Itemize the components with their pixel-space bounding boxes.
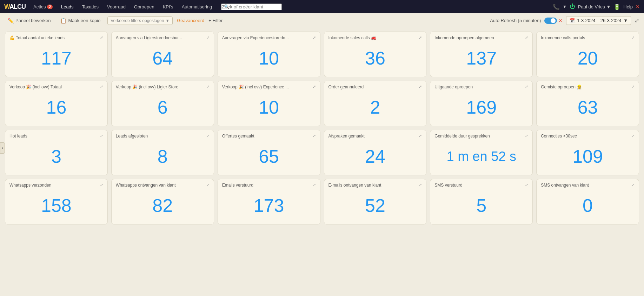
metric-card: Order geannuleerd ⤢ 2: [324, 81, 427, 126]
logo[interactable]: WALCU: [4, 3, 26, 11]
metric-header: Aanvragen via Ligierstoredoesbur... ⤢: [116, 35, 210, 41]
expand-icon[interactable]: ⤢: [100, 35, 103, 40]
filter-select[interactable]: Verkeerde filters opgeslagen ▼: [107, 16, 173, 25]
expand-icon[interactable]: ⤢: [525, 183, 528, 187]
expand-icon[interactable]: ⤢: [206, 134, 210, 138]
sidebar-toggle[interactable]: ›: [0, 142, 5, 154]
expand-icon[interactable]: ⤢: [419, 183, 422, 187]
metric-header: 💪 Totaal aantal unieke leads ⤢: [9, 35, 103, 41]
toggle-knob: [551, 18, 556, 23]
nav-right-controls: 📞 ▼ ⏻ Paul de Vries ▼ 🔋 Help ✕: [553, 4, 640, 10]
expand-icon[interactable]: ⤢: [631, 35, 635, 40]
metric-header: Inkomende calls portals ⤢: [541, 35, 635, 41]
metric-header: Gemiste oproepen 👷 ⤢: [541, 85, 635, 90]
metric-value: 24: [328, 141, 422, 171]
nav-acties[interactable]: Acties 2: [30, 0, 56, 13]
panel-edit-button[interactable]: ✏️ Paneel bewerken: [5, 16, 53, 25]
add-filter-button[interactable]: + Filter: [208, 18, 223, 23]
metric-title: Verkoop 🎉 (incl ovv) Ligier Store: [116, 85, 205, 90]
metric-card: Leads afgesloten ⤢ 8: [111, 130, 214, 175]
auto-refresh-toggle[interactable]: ✕: [544, 18, 563, 24]
metric-card: Aanvragen via Ligierstoredoesbur... ⤢ 64: [111, 32, 214, 77]
expand-icon[interactable]: ⤢: [100, 85, 103, 89]
nav-taxaties[interactable]: Taxaties: [78, 0, 102, 13]
phone-icon[interactable]: 📞: [553, 4, 560, 10]
metric-title: Gemiste oproepen 👷: [541, 85, 630, 90]
metric-title: Afspraken gemaakt: [328, 134, 418, 139]
expand-icon[interactable]: ⤢: [631, 183, 635, 187]
expand-icon[interactable]: ⤢: [100, 134, 103, 138]
expand-icon[interactable]: ⤢: [100, 183, 103, 187]
metrics-grid: 💪 Totaal aantal unieke leads ⤢ 117 Aanvr…: [0, 28, 644, 228]
metric-title: Hot leads: [9, 134, 99, 139]
metric-card: E-mails ontvangen van klant ⤢ 52: [324, 179, 427, 224]
expand-icon[interactable]: ⤢: [206, 85, 210, 89]
make-copy-button[interactable]: 📋 Maak een kopie: [58, 16, 103, 25]
expand-icon[interactable]: ⤢: [525, 35, 528, 40]
search-input[interactable]: [221, 4, 282, 10]
metric-card: Whatsapps verzonden ⤢ 158: [5, 179, 108, 224]
close-icon[interactable]: ✕: [636, 4, 640, 9]
metric-value: 82: [116, 190, 210, 221]
metric-card: Inkomende sales calls 🚒 ⤢ 36: [324, 32, 427, 77]
expand-icon[interactable]: ⤢: [419, 134, 422, 138]
nav-kpis[interactable]: KPI's: [159, 0, 177, 13]
metric-header: Verkoop 🎉 (incl ovv) Totaal ⤢: [9, 85, 103, 90]
toolbar-right: Auto Refresh (5 minuten) ✕ 📅 1-3-2024 – …: [490, 16, 639, 25]
toggle-close-icon[interactable]: ✕: [558, 18, 563, 23]
nav-automatisering[interactable]: Automatisering: [178, 0, 216, 13]
metric-card: Hot leads ⤢ 3: [5, 130, 108, 175]
help-button[interactable]: Help: [623, 4, 633, 9]
expand-icon[interactable]: ⤢: [419, 35, 422, 40]
expand-icon[interactable]: ⤢: [313, 35, 316, 40]
chevron-down-icon: ▼: [165, 18, 170, 23]
nav-leads[interactable]: Leads: [58, 0, 77, 13]
metric-value: 52: [328, 190, 422, 221]
expand-icon[interactable]: ⤢: [313, 85, 316, 89]
metric-header: Verkoop 🎉 (incl ovv) Ligier Store ⤢: [116, 85, 210, 90]
metric-header: SMS ontvangen van klant ⤢: [541, 183, 635, 188]
metric-title: Aanvragen via Experiencestoredo...: [222, 35, 311, 41]
metric-card: Verkoop 🎉 (incl ovv) Ligier Store ⤢ 6: [111, 81, 214, 126]
metric-value: 117: [9, 43, 103, 73]
metric-title: Offertes gemaakt: [222, 134, 311, 139]
expand-icon[interactable]: ⤢: [206, 183, 210, 187]
power-icon[interactable]: ⏻: [570, 4, 575, 10]
metric-card: Aanvragen via Experiencestoredo... ⤢ 10: [218, 32, 320, 77]
metric-card: Connecties >30sec ⤢ 109: [536, 130, 639, 175]
expand-icon[interactable]: ⤢: [631, 85, 635, 89]
metric-value: 169: [434, 92, 528, 122]
top-navigation: WALCU Acties 2 Leads Taxaties Voorraad O…: [0, 0, 644, 13]
expand-icon[interactable]: ⤢: [419, 85, 422, 89]
user-menu[interactable]: Paul de Vries ▼: [578, 4, 611, 9]
expand-icon[interactable]: ⤢: [313, 183, 316, 187]
metric-value: 2: [328, 92, 422, 122]
expand-icon[interactable]: ⤢: [525, 134, 528, 138]
metric-title: SMS verstuurd: [434, 183, 524, 188]
metric-title: Emails verstuurd: [222, 183, 311, 188]
nav-voorraad[interactable]: Voorraad: [104, 0, 129, 13]
expand-icon[interactable]: ⤢: [525, 85, 528, 89]
date-range-picker[interactable]: 📅 1-3-2024 – 26-3-2024 ▼: [566, 16, 631, 25]
metric-header: Gemiddelde duur gesprekken ⤢: [434, 134, 528, 139]
metric-value: 6: [116, 92, 210, 122]
metric-card: Gemiddelde duur gesprekken ⤢ 1 m en 52 s: [430, 130, 533, 175]
metric-card: Verkoop 🎉 (incl ovv) Experience ... ⤢ 10: [218, 81, 320, 126]
metric-title: Verkoop 🎉 (incl ovv) Totaal: [9, 85, 99, 90]
expand-icon[interactable]: ⤢: [313, 134, 316, 138]
metric-header: Afspraken gemaakt ⤢: [328, 134, 422, 139]
metric-value: 16: [9, 92, 103, 122]
chevron-icon[interactable]: ▼: [563, 4, 567, 9]
expand-icon[interactable]: ⤢: [206, 35, 210, 40]
metric-title: Whatsapps ontvangen van klant: [116, 183, 205, 188]
nav-oproepen[interactable]: Oproepen: [131, 0, 158, 13]
calendar-icon: 📅: [569, 18, 575, 23]
advanced-filter-button[interactable]: Geavanceerd: [177, 18, 204, 23]
metric-card: Emails verstuurd ⤢ 173: [218, 179, 320, 224]
toggle-switch[interactable]: [544, 18, 557, 24]
expand-icon[interactable]: ⤢: [631, 134, 635, 138]
metric-value: 173: [222, 190, 316, 221]
metric-value: 158: [9, 190, 103, 221]
fullscreen-icon[interactable]: ⤢: [635, 17, 639, 24]
metric-title: Aanvragen via Ligierstoredoesbur...: [116, 35, 205, 41]
